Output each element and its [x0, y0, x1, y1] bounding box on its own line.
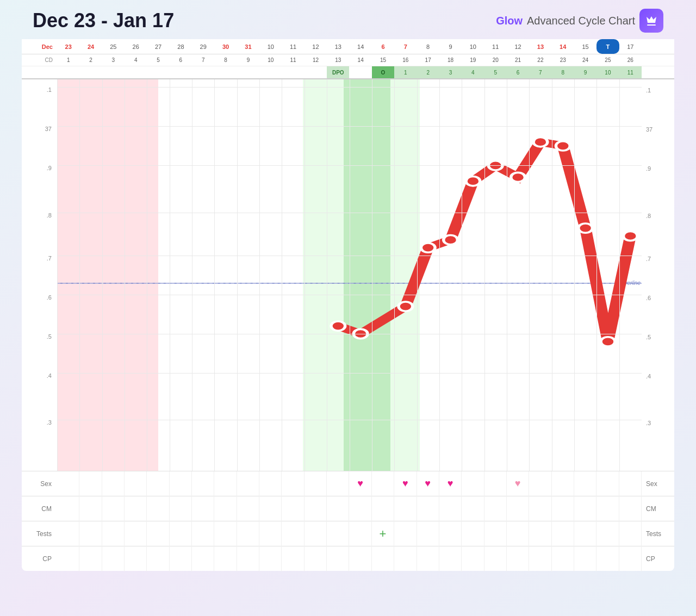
cp-cells — [57, 546, 642, 571]
cm-cells-cell-22 — [552, 496, 574, 521]
heart-outline-icon: ♥ — [515, 478, 521, 489]
sex-cells: ♥♥♥♥♥ — [57, 471, 642, 496]
heart-filled-icon: ♥ — [402, 478, 408, 489]
header: Dec 23 - Jan 17 Glow Advanced Cycle Char… — [0, 9, 696, 39]
v-grid-line-20 — [507, 79, 507, 471]
sex-cells-cell-24 — [596, 471, 619, 496]
cp-cells-cell-3 — [125, 546, 147, 571]
temp-dot-5 — [466, 177, 480, 186]
v-grid-line-21 — [529, 79, 530, 471]
cp-cells-cell-18 — [462, 546, 484, 571]
date-cell-25: 17 — [619, 39, 642, 54]
cm-cells-cell-4 — [147, 496, 169, 521]
temp-dot-12 — [623, 231, 637, 240]
cm-cells-cell-5 — [170, 496, 192, 521]
chart-area: Dec 232425262728293031101112131467891011… — [22, 39, 674, 571]
sex-cells-cell-2 — [102, 471, 125, 496]
cd-cell-3: 4 — [125, 54, 147, 66]
cm-cells-cell-1 — [79, 496, 102, 521]
dpo-cell-21: 7 — [529, 66, 551, 78]
y-label-left-1: 37 — [22, 126, 57, 132]
date-cell-23: 15 — [574, 39, 596, 54]
cm-label-left: CM — [22, 505, 57, 513]
right-spacer3 — [642, 66, 674, 78]
right-spacer — [642, 39, 674, 54]
v-grid-line-23 — [574, 79, 575, 471]
tests-cells-cell-17 — [439, 521, 462, 546]
app-container: Dec 23 - Jan 17 Glow Advanced Cycle Char… — [0, 0, 696, 571]
cd-cell-14: 15 — [372, 54, 394, 66]
brand-area: Glow Advanced Cycle Chart — [496, 9, 663, 33]
dpo-cell-12: DPO — [327, 66, 349, 78]
tests-cells-cell-25 — [619, 521, 642, 546]
y-label-left-0: .1 — [22, 87, 57, 93]
y-label-right-4: .7 — [642, 256, 674, 262]
tests-cells-cell-10 — [282, 521, 304, 546]
brand-glow: Glow — [496, 15, 523, 27]
tests-label-right: Tests — [642, 530, 674, 538]
y-label-right-2: .9 — [642, 165, 674, 172]
dpo-cell-18: 4 — [462, 66, 484, 78]
tests-cells-cell-21 — [529, 521, 551, 546]
cp-cells-cell-25 — [619, 546, 642, 571]
dpo-cell-11 — [304, 66, 327, 78]
date-cell-1: 24 — [79, 39, 102, 54]
dpo-cell-1 — [79, 66, 102, 78]
heart-filled-icon: ♥ — [448, 478, 453, 489]
dpo-cell-20: 6 — [507, 66, 529, 78]
date-cell-22: 14 — [552, 39, 574, 54]
v-grid-line-15 — [394, 79, 395, 471]
y-label-left-6: .5 — [22, 334, 57, 340]
v-grid-line-16 — [417, 79, 418, 471]
cd-cell-7: 8 — [214, 54, 237, 66]
tests-cells-cell-12 — [327, 521, 349, 546]
tests-cells-cell-5 — [170, 521, 192, 546]
cm-cells-cell-18 — [462, 496, 484, 521]
v-grid-line-4 — [147, 79, 147, 471]
h-grid-line-3 — [57, 213, 642, 213]
sex-cells-cell-21 — [529, 471, 551, 496]
plus-icon[interactable]: + — [380, 527, 387, 541]
date-cell-10: 11 — [282, 39, 304, 54]
cm-cells-cell-15 — [394, 496, 417, 521]
sex-cells-cell-4 — [147, 471, 169, 496]
cp-cells-cell-11 — [304, 546, 327, 571]
cd-cell-21: 22 — [529, 54, 551, 66]
y-label-right-5: .6 — [642, 295, 674, 301]
cm-cells-cell-12 — [327, 496, 349, 521]
cd-cell-11: 12 — [304, 54, 327, 66]
tests-cells-cell-3 — [125, 521, 147, 546]
date-cell-9: 10 — [259, 39, 282, 54]
cm-cells-cell-13 — [349, 496, 371, 521]
sex-cells-cell-18 — [462, 471, 484, 496]
cd-cell-17: 18 — [439, 54, 462, 66]
date-cell-20: 12 — [507, 39, 529, 54]
cm-cells-cell-8 — [237, 496, 259, 521]
date-cell-6: 29 — [192, 39, 214, 54]
dpo-cell-19: 5 — [484, 66, 507, 78]
cp-cells-cell-2 — [102, 546, 125, 571]
y-label-right-8: .3 — [642, 420, 674, 426]
cd-cell-24: 25 — [596, 54, 619, 66]
sex-label-left: Sex — [22, 480, 57, 488]
tests-cells-cell-18 — [462, 521, 484, 546]
y-label-right-7: .4 — [642, 373, 674, 379]
dpo-cell-7 — [214, 66, 237, 78]
h-grid-line-7 — [57, 373, 642, 374]
heart-filled-icon: ♥ — [425, 478, 431, 489]
cp-cells-cell-13 — [349, 546, 371, 571]
tests-cells-cell-15 — [394, 521, 417, 546]
date-cells: 2324252627282930311011121314678910111213… — [57, 39, 642, 54]
sex-cells-cell-9 — [259, 471, 282, 496]
tests-cells-cell-8 — [237, 521, 259, 546]
tests-cells-cell-1 — [79, 521, 102, 546]
cd-cell-16: 17 — [417, 54, 439, 66]
y-label-left-5: .6 — [22, 295, 57, 301]
temp-dot-9 — [556, 141, 570, 151]
dpo-cell-4 — [147, 66, 169, 78]
temp-dot-3 — [421, 243, 435, 252]
sex-cells-cell-12 — [327, 471, 349, 496]
cd-cell-5: 6 — [170, 54, 192, 66]
cp-cells-cell-22 — [552, 546, 574, 571]
tests-cells-cell-7 — [214, 521, 237, 546]
